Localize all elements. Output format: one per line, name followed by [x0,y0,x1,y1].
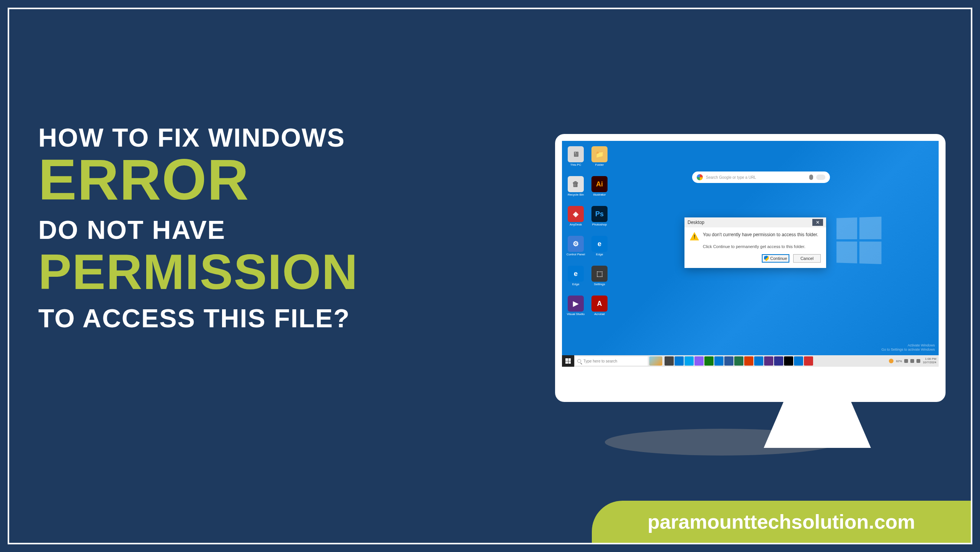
heading-line-3: DO NOT HAVE [38,215,574,245]
desktop-icon[interactable]: ▶Visual Studio [565,296,586,322]
app-icon: Ps [591,206,608,222]
main-heading: HOW TO FIX WINDOWS ERROR DO NOT HAVE PER… [38,122,574,333]
taskbar-app-icon[interactable] [665,356,674,366]
weather-widget[interactable] [649,356,662,366]
cancel-button[interactable]: Cancel [793,254,821,263]
taskbar-app-icon[interactable] [804,356,813,366]
dialog-titlebar: Desktop ✕ [684,217,826,227]
icon-label: Recycle Bin [565,193,586,196]
permission-dialog: Desktop ✕ You don't currently have permi… [684,217,826,268]
desktop-icon[interactable]: AAcrobat [589,296,610,322]
icon-label: Visual Studio [565,312,586,316]
desktop-icon[interactable]: eEdge [565,266,586,292]
icon-label: Folder [589,163,610,167]
dialog-sub-message: Click Continue to permanently get access… [703,244,821,249]
desktop-icon[interactable]: ⚙Control Panel [565,236,586,263]
activation-watermark: Activate Windows Go to Settings to activ… [866,343,935,352]
continue-label: Continue [770,256,787,261]
desktop-icon[interactable]: eEdge [589,236,610,263]
taskbar-app-icon[interactable] [794,356,803,366]
app-icon: ⬚ [591,266,608,282]
watermark-line2: Go to Settings to activate Windows [866,348,935,352]
taskbar-app-icon[interactable] [724,356,733,366]
watermark-line1: Activate Windows [866,343,935,348]
google-icon [697,174,703,180]
monitor-bezel: 🖥This PC🗑Recycle Bin◈AnyDesk⚙Control Pan… [555,134,946,402]
taskbar-search[interactable]: Type here to search [575,356,648,366]
icon-label: Acrobat [589,312,610,316]
taskbar-pinned-apps [665,356,813,366]
sound-icon [910,359,914,363]
search-placeholder: Search Google or type a URL [706,175,806,180]
taskbar-app-icon[interactable] [764,356,773,366]
taskbar-app-icon[interactable] [744,356,753,366]
windows-logo-wallpaper [836,217,881,264]
desktop-icon[interactable]: 🖥This PC [565,146,586,173]
app-icon: e [591,236,608,252]
app-icon: ⚙ [568,236,584,252]
icon-label: Photoshop [589,223,610,226]
battery-percent: 82% [896,359,902,363]
app-icon: 📁 [591,146,608,162]
taskbar-app-icon[interactable] [774,356,783,366]
wifi-icon [904,359,908,363]
close-icon: ✕ [816,220,820,225]
mic-icon [809,175,813,180]
desktop-icon[interactable]: 📁Folder [589,146,610,173]
icon-label: Illustrator [589,193,610,196]
desktop-icon[interactable]: PsPhotoshop [589,206,610,233]
warning-icon [690,232,699,240]
taskbar-app-icon[interactable] [694,356,704,366]
continue-button[interactable]: Continue [762,254,789,263]
icon-label: Edge [589,253,610,256]
icon-label: Control Panel [565,253,586,256]
taskbar: Type here to search 82% 1:08 PM 10/7/202… [562,355,939,367]
desktop-icon[interactable]: ◈AnyDesk [565,206,586,233]
taskbar-app-icon[interactable] [784,356,793,366]
shield-icon [764,256,769,261]
search-icon [577,359,581,363]
clock: 1:08 PM 10/7/2024 [923,358,936,364]
app-icon: 🖥 [568,146,584,162]
taskbar-app-icon[interactable] [754,356,763,366]
heading-line-5: TO ACCESS THIS FILE? [38,303,574,333]
tray-icon [889,359,893,363]
system-tray[interactable]: 82% 1:08 PM 10/7/2024 [889,358,936,364]
app-icon: 🗑 [568,176,584,192]
dialog-title-text: Desktop [688,220,704,225]
cancel-label: Cancel [800,256,813,261]
dialog-close-button[interactable]: ✕ [812,219,823,226]
desktop-icon[interactable]: 🗑Recycle Bin [565,176,586,203]
desktop-search-widget[interactable]: Search Google or type a URL [692,171,830,183]
windows-start-icon [565,358,571,364]
brand-url: paramounttechsolution.com [647,510,915,533]
desktop-icon[interactable]: AiIllustrator [589,176,610,203]
battery-icon [916,359,920,363]
app-icon: ◈ [568,206,584,222]
app-icon: A [591,296,608,312]
taskbar-search-placeholder: Type here to search [583,359,617,363]
taskbar-app-icon[interactable] [714,356,724,366]
icon-label: Edge [565,283,586,286]
app-icon: e [568,266,584,282]
taskbar-app-icon[interactable] [675,356,684,366]
taskbar-app-icon[interactable] [684,356,694,366]
dialog-message: You don't currently have permission to a… [703,232,818,238]
heading-line-4: PERMISSION [38,248,574,296]
brand-footer: paramounttechsolution.com [592,501,971,543]
desktop-icon-grid: 🖥This PC🗑Recycle Bin◈AnyDesk⚙Control Pan… [565,146,610,322]
taskbar-app-icon[interactable] [704,356,714,366]
app-icon: ▶ [568,296,584,312]
icon-label: Settings [589,283,610,286]
date-text: 10/7/2024 [923,361,936,364]
desktop-screen: 🖥This PC🗑Recycle Bin◈AnyDesk⚙Control Pan… [562,141,939,367]
app-icon: Ai [591,176,608,192]
desktop-icon[interactable]: ⬚Settings [589,266,610,292]
taskbar-app-icon[interactable] [734,356,743,366]
heading-line-2: ERROR [38,152,574,207]
icon-label: This PC [565,163,586,167]
start-button[interactable] [562,355,574,367]
search-extras-icon [816,175,825,180]
dialog-body: You don't currently have permission to a… [684,227,826,268]
icon-label: AnyDesk [565,223,586,226]
